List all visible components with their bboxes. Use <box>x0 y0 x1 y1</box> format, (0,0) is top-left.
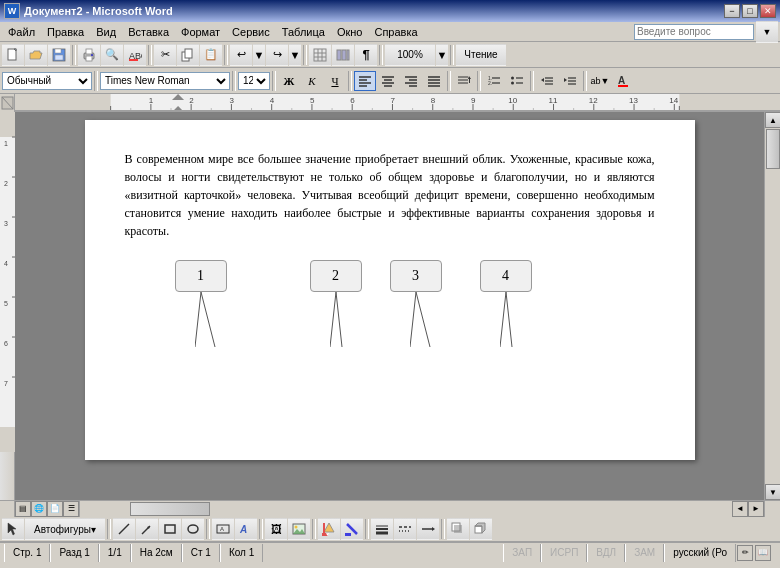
scroll-track <box>765 128 780 484</box>
hscroll-left-button[interactable]: ◄ <box>732 501 748 517</box>
table-button[interactable] <box>309 44 331 66</box>
decrease-indent-button[interactable] <box>536 71 558 91</box>
scroll-thumb[interactable] <box>766 129 780 169</box>
sep-fmt-1 <box>94 71 98 91</box>
underline-button[interactable]: Ч <box>324 71 346 91</box>
draw-rect-button[interactable] <box>159 518 181 540</box>
zoom-dropdown[interactable]: 100% <box>385 44 435 66</box>
menu-edit[interactable]: Правка <box>41 23 90 41</box>
numbering-button[interactable]: 1.2. <box>483 71 505 91</box>
draw-arrow-button[interactable] <box>136 518 158 540</box>
menu-view[interactable]: Вид <box>90 23 122 41</box>
scroll-down-button[interactable]: ▼ <box>765 484 780 500</box>
svg-line-130 <box>416 292 430 347</box>
document-area[interactable]: В современном мире все большее значение … <box>15 112 764 500</box>
right-scrollbar[interactable]: ▲ ▼ <box>764 112 780 500</box>
draw-sep-5 <box>365 519 369 539</box>
outline-view-button[interactable]: ☰ <box>63 501 79 517</box>
scroll-up-button[interactable]: ▲ <box>765 112 780 128</box>
cut-button[interactable]: ✂ <box>154 44 176 66</box>
search-input[interactable] <box>634 24 754 40</box>
spell-button[interactable]: АВС <box>124 44 146 66</box>
preview-button[interactable]: 🔍 <box>101 44 123 66</box>
arrow-style-button[interactable] <box>417 518 439 540</box>
menu-window[interactable]: Окно <box>331 23 369 41</box>
menu-format[interactable]: Формат <box>175 23 226 41</box>
sep-fmt-5 <box>447 71 451 91</box>
hscroll-right-button[interactable]: ► <box>748 501 764 517</box>
draw-clipart-button[interactable]: 🖼 <box>265 518 287 540</box>
draw-textbox-button[interactable]: A <box>212 518 234 540</box>
align-left-button[interactable] <box>354 71 376 91</box>
size-select[interactable]: 12 <box>238 72 270 90</box>
svg-text:1: 1 <box>4 140 8 147</box>
open-button[interactable] <box>25 44 47 66</box>
ruler-corner[interactable] <box>0 94 15 112</box>
zoom-dropdown-btn[interactable]: ▼ <box>436 44 448 66</box>
new-button[interactable] <box>2 44 24 66</box>
dash-style-button[interactable] <box>394 518 416 540</box>
redo-dropdown[interactable]: ▼ <box>289 44 301 66</box>
web-view-button[interactable]: 🌐 <box>31 501 47 517</box>
normal-view-button[interactable]: ▤ <box>15 501 31 517</box>
menu-help[interactable]: Справка <box>368 23 423 41</box>
horizontal-scroll-track[interactable] <box>80 501 732 517</box>
copy-button[interactable] <box>177 44 199 66</box>
svg-marker-53 <box>564 78 567 82</box>
highlight-button[interactable]: ab▼ <box>589 71 611 91</box>
line-color-button[interactable] <box>341 518 363 540</box>
print-view-button[interactable]: 📄 <box>47 501 63 517</box>
draw-oval-button[interactable] <box>182 518 204 540</box>
paste-button[interactable]: 📋 <box>200 44 222 66</box>
menu-table[interactable]: Таблица <box>276 23 331 41</box>
svg-line-127 <box>330 292 336 347</box>
menu-tools[interactable]: Сервис <box>226 23 276 41</box>
draw-line-button[interactable] <box>113 518 135 540</box>
line-style-button[interactable] <box>371 518 393 540</box>
status-extend: ВДЛ <box>587 544 625 562</box>
draw-picture-button[interactable] <box>288 518 310 540</box>
align-center-button[interactable] <box>377 71 399 91</box>
undo-dropdown[interactable]: ▼ <box>253 44 265 66</box>
menu-file[interactable]: Файл <box>2 23 41 41</box>
align-right-button[interactable] <box>400 71 422 91</box>
separator-4 <box>303 45 307 65</box>
svg-text:12: 12 <box>589 96 598 105</box>
show-formatting[interactable]: ¶ <box>355 44 377 66</box>
line-spacing-button[interactable] <box>453 71 475 91</box>
view-buttons: ▤ 🌐 📄 ☰ <box>15 501 80 517</box>
draw-autoshapes-button[interactable]: Автофигуры▾ <box>25 518 105 540</box>
svg-point-45 <box>511 76 514 79</box>
menu-insert[interactable]: Вставка <box>122 23 175 41</box>
read-button[interactable]: Чтение <box>456 44 506 66</box>
justify-button[interactable] <box>423 71 445 91</box>
font-select[interactable]: Times New Roman <box>100 72 230 90</box>
3d-button[interactable] <box>470 518 492 540</box>
horizontal-scroll-thumb[interactable] <box>130 502 210 516</box>
draw-select-button[interactable] <box>2 518 24 540</box>
draw-wordart-button[interactable]: A <box>235 518 257 540</box>
minimize-button[interactable]: − <box>724 4 740 18</box>
italic-button[interactable]: К <box>301 71 323 91</box>
svg-rect-0 <box>8 49 16 60</box>
shadow-button[interactable] <box>447 518 469 540</box>
bold-button[interactable]: Ж <box>278 71 300 91</box>
svg-point-143 <box>295 526 298 529</box>
status-section: Разд 1 <box>50 544 98 562</box>
close-button[interactable]: ✕ <box>760 4 776 18</box>
redo-button[interactable]: ↪ <box>266 44 288 66</box>
save-button[interactable] <box>48 44 70 66</box>
document-text[interactable]: В современном мире все большее значение … <box>125 150 655 240</box>
fill-color-button[interactable]: ▼ <box>318 518 340 540</box>
svg-rect-159 <box>454 525 462 533</box>
columns-button[interactable] <box>332 44 354 66</box>
search-button[interactable]: ▼ <box>756 21 778 43</box>
callout-1: 1 <box>175 260 227 292</box>
undo-button[interactable]: ↩ <box>230 44 252 66</box>
print-button[interactable] <box>78 44 100 66</box>
maximize-button[interactable]: □ <box>742 4 758 18</box>
bullets-button[interactable] <box>506 71 528 91</box>
font-color-button[interactable]: A <box>612 71 634 91</box>
style-select[interactable]: Обычный <box>2 72 92 90</box>
increase-indent-button[interactable] <box>559 71 581 91</box>
